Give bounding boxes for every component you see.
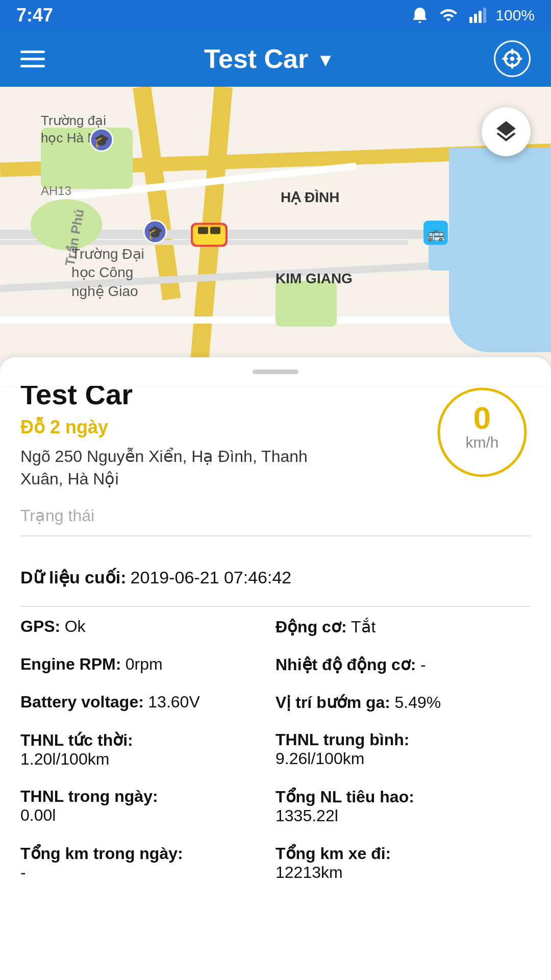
dong-co-value: Tắt [351,618,375,636]
buom-ga-cell: Vị trí bướm ga: 5.49% [276,693,531,712]
map-label-ha-dinh: HẠ ĐÌNH [281,189,339,206]
info-left: Test Car Đỗ 2 ngày Ngõ 250 Nguyễn Xiển, … [20,379,423,491]
data-grid: GPS: Ok Động cơ: Tắt Engine RPM: 0rpm Nh… [20,617,531,882]
thnl-trung-binh-label: THNL trung bình: [276,730,520,749]
wifi-icon [438,6,459,24]
thnl-tuc-thoi-value: 1.20l/100km [20,750,265,769]
engine-rpm-label: Engine RPM: [20,655,121,673]
last-data-row: Dữ liệu cuối: 2019-06-21 07:46:42 [20,567,531,587]
tong-km-xe-value: 12213km [276,863,520,882]
thnl-trung-binh-value: 9.26l/100km [276,749,520,768]
thnl-trong-ngay-label: THNL trong ngày: [20,787,265,806]
thnl-trong-ngay-value: 0.00l [20,806,265,825]
svg-text:🎓: 🎓 [93,132,110,149]
info-panel: Test Car Đỗ 2 ngày Ngõ 250 Nguyễn Xiển, … [0,374,551,567]
divider-1 [20,535,531,536]
status-time: 7:47 [16,5,53,26]
tong-nl-cell: Tổng NL tiêu hao: 1335.22l [276,787,531,825]
school-pin-1: 🎓 [143,219,167,244]
data-section: Dữ liệu cuối: 2019-06-21 07:46:42 GPS: O… [0,567,551,902]
map-label-ah13: AH13 [41,184,71,198]
car-address: Ngõ 250 Nguyễn Xiển, Hạ Đình, Thanh Xuân… [20,445,316,491]
status-icons: 100% [411,6,535,24]
svg-text:🚌: 🚌 [427,225,445,242]
battery-voltage-label: Battery voltage: [20,693,144,711]
thnl-trung-binh-cell: THNL trung bình: 9.26l/100km [276,730,531,769]
map-area[interactable]: Trường đạihọc Hà Nội Trần Phú AH13 Trườn… [0,87,551,373]
svg-text:km/h: km/h [465,434,498,451]
dong-co-label: Động cơ: [276,618,347,636]
nav-title-area[interactable]: Test Car ▼ [204,43,335,74]
map-label-kim-giang: KIM GIANG [276,271,353,287]
gps-value: Ok [65,617,86,635]
svg-rect-3 [483,8,486,23]
engine-rpm-value: 0rpm [126,655,163,673]
thnl-trong-ngay-cell: THNL trong ngày: 0.00l [20,787,276,825]
svg-rect-1 [474,14,477,23]
tong-km-ngay-label: Tổng km trong ngày: [20,844,265,863]
dropdown-arrow-icon: ▼ [316,50,335,71]
svg-rect-18 [198,227,208,234]
last-data-value: 2019-06-21 07:46:42 [131,568,292,587]
car-status: Đỗ 2 ngày [20,416,423,438]
svg-rect-20 [196,226,222,227]
nhiet-do-cell: Nhiệt độ động cơ: - [276,655,531,674]
tong-km-xe-cell: Tổng km xe đi: 12213km [276,844,531,882]
svg-point-5 [510,57,515,61]
map-layer-button[interactable] [482,107,531,156]
buom-ga-label: Vị trí bướm ga: [276,693,390,712]
nhiet-do-value: - [420,655,426,674]
engine-rpm-cell: Engine RPM: 0rpm [20,655,276,674]
svg-text:0: 0 [473,400,491,435]
top-nav: Test Car ▼ [0,31,551,87]
buom-ga-value: 5.49% [394,693,441,712]
alarm-icon [411,6,429,24]
battery-voltage-cell: Battery voltage: 13.60V [20,693,276,712]
hamburger-button[interactable] [20,51,45,67]
gps-cell: GPS: Ok [20,617,276,636]
battery-voltage-value: 13.60V [148,693,199,711]
battery-text: 100% [495,7,535,24]
status-bar: 7:47 100% [0,0,551,31]
pull-handle-bar [253,370,298,374]
divider-2 [20,606,531,607]
thnl-tuc-thoi-cell: THNL tức thời: 1.20l/100km [20,730,276,769]
bus-pin: 🚌 [422,219,449,246]
tong-km-xe-label: Tổng km xe đi: [276,844,520,863]
layers-icon [493,119,519,144]
tong-km-ngay-value: - [20,863,265,882]
signal-icon [468,6,486,24]
map-label-truong: Trường Đạihọc Côngnghệ Giao [71,245,144,301]
speedometer: 0 km/h [434,384,531,481]
locate-icon [502,48,523,69]
last-data-label: Dữ liệu cuối: [20,567,127,587]
tong-km-ngay-cell: Tổng km trong ngày: - [20,844,276,882]
svg-rect-2 [479,11,482,23]
svg-rect-19 [210,227,220,234]
nhiet-do-label: Nhiệt độ động cơ: [276,655,416,674]
trang-thai-label: Trạng thái [20,506,531,525]
tong-nl-label: Tổng NL tiêu hao: [276,787,520,806]
info-header: Test Car Đỗ 2 ngày Ngõ 250 Nguyễn Xiển, … [20,374,531,491]
svg-text:🎓: 🎓 [147,224,164,240]
nav-title: Test Car [204,43,308,74]
svg-rect-0 [469,17,472,23]
thnl-tuc-thoi-label: THNL tức thời: [20,730,265,750]
svg-rect-17 [193,225,226,245]
locate-button[interactable] [494,40,531,77]
dong-co-cell: Động cơ: Tắt [276,617,531,636]
school-pin-2: 🎓 [89,128,114,152]
tong-nl-value: 1335.22l [276,806,520,825]
pull-handle[interactable] [0,357,551,386]
car-on-map [189,219,230,250]
gps-label: GPS: [20,617,60,635]
